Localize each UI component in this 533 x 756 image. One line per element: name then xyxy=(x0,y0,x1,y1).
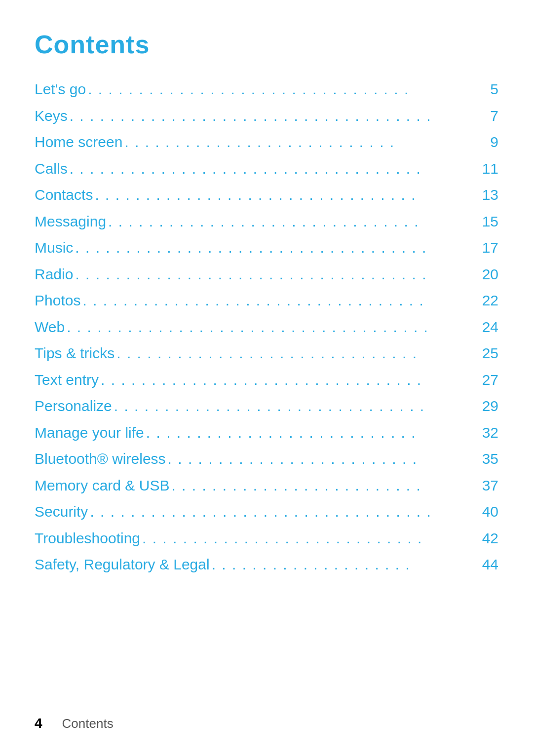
toc-item-dots: . . . . . . . . . . . . . . . . . . . . … xyxy=(146,420,479,445)
toc-item-label: Contacts xyxy=(35,183,93,207)
toc-item-label: Messaging xyxy=(35,209,106,234)
toc-item[interactable]: Text entry. . . . . . . . . . . . . . . … xyxy=(35,368,498,392)
toc-item-dots: . . . . . . . . . . . . . . . . . . . . … xyxy=(88,77,479,102)
footer-page-number: 4 xyxy=(35,716,42,731)
toc-item[interactable]: Troubleshooting. . . . . . . . . . . . .… xyxy=(35,526,498,551)
toc-item-dots: . . . . . . . . . . . . . . . . . . . . … xyxy=(124,130,479,154)
toc-item-label: Home screen xyxy=(35,130,122,154)
toc-item-dots: . . . . . . . . . . . . . . . . . . . . … xyxy=(70,156,479,181)
toc-item-page: 24 xyxy=(481,315,498,340)
toc-item-dots: . . . . . . . . . . . . . . . . . . . . … xyxy=(75,262,479,287)
toc-item-dots: . . . . . . . . . . . . . . . . . . . . … xyxy=(101,368,479,392)
page-title: Contents xyxy=(35,30,498,59)
toc-item[interactable]: Messaging. . . . . . . . . . . . . . . .… xyxy=(35,209,498,234)
toc-item-page: 7 xyxy=(481,104,498,128)
toc-item-dots: . . . . . . . . . . . . . . . . . . . . … xyxy=(108,209,479,234)
toc-item-dots: . . . . . . . . . . . . . . . . . . . . … xyxy=(95,183,479,207)
toc-item[interactable]: Bluetooth® wireless. . . . . . . . . . .… xyxy=(35,447,498,471)
toc-item-label: Text entry xyxy=(35,368,99,392)
toc-item[interactable]: Memory card & USB. . . . . . . . . . . .… xyxy=(35,473,498,498)
toc-item[interactable]: Personalize. . . . . . . . . . . . . . .… xyxy=(35,394,498,418)
toc-item-label: Calls xyxy=(35,156,68,181)
toc-item-page: 11 xyxy=(481,156,498,181)
toc-item-dots: . . . . . . . . . . . . . . . . . . . . … xyxy=(82,288,479,313)
toc-item[interactable]: Security. . . . . . . . . . . . . . . . … xyxy=(35,499,498,524)
toc-item-label: Personalize xyxy=(35,394,112,418)
toc-list: Let's go. . . . . . . . . . . . . . . . … xyxy=(35,77,498,577)
toc-item-page: 42 xyxy=(481,526,498,551)
footer-label: Contents xyxy=(62,716,114,731)
toc-item-page: 29 xyxy=(481,394,498,418)
toc-item-dots: . . . . . . . . . . . . . . . . . . . . … xyxy=(114,394,479,418)
toc-item-label: Bluetooth® wireless xyxy=(35,447,166,471)
toc-item-label: Memory card & USB xyxy=(35,473,169,498)
toc-item-page: 25 xyxy=(481,341,498,366)
toc-item[interactable]: Home screen. . . . . . . . . . . . . . .… xyxy=(35,130,498,154)
toc-item-dots: . . . . . . . . . . . . . . . . . . . . … xyxy=(116,341,479,366)
toc-item[interactable]: Let's go. . . . . . . . . . . . . . . . … xyxy=(35,77,498,102)
toc-item[interactable]: Tips & tricks. . . . . . . . . . . . . .… xyxy=(35,341,498,366)
toc-item-label: Keys xyxy=(35,104,68,128)
toc-item-label: Let's go xyxy=(35,77,86,102)
toc-item[interactable]: Radio. . . . . . . . . . . . . . . . . .… xyxy=(35,262,498,287)
toc-item-dots: . . . . . . . . . . . . . . . . . . . . … xyxy=(70,104,479,128)
toc-item[interactable]: Keys. . . . . . . . . . . . . . . . . . … xyxy=(35,104,498,128)
toc-item-label: Music xyxy=(35,235,73,260)
toc-item-dots: . . . . . . . . . . . . . . . . . . . . … xyxy=(171,473,479,498)
toc-item-page: 9 xyxy=(481,130,498,154)
toc-item-dots: . . . . . . . . . . . . . . . . . . . . … xyxy=(90,499,479,524)
toc-item-page: 35 xyxy=(481,447,498,471)
page: Contents Let's go. . . . . . . . . . . .… xyxy=(0,0,533,756)
toc-item-page: 15 xyxy=(481,209,498,234)
toc-item-page: 40 xyxy=(481,499,498,524)
toc-item[interactable]: Web. . . . . . . . . . . . . . . . . . .… xyxy=(35,315,498,340)
toc-item-label: Troubleshooting xyxy=(35,526,140,551)
toc-item[interactable]: Contacts. . . . . . . . . . . . . . . . … xyxy=(35,183,498,207)
toc-item-page: 44 xyxy=(481,552,498,577)
toc-item-page: 32 xyxy=(481,420,498,445)
toc-item[interactable]: Safety, Regulatory & Legal. . . . . . . … xyxy=(35,552,498,577)
toc-item-page: 22 xyxy=(481,288,498,313)
toc-item-label: Radio xyxy=(35,262,73,287)
toc-item-page: 27 xyxy=(481,368,498,392)
toc-item-label: Safety, Regulatory & Legal xyxy=(35,552,210,577)
toc-item-dots: . . . . . . . . . . . . . . . . . . . . … xyxy=(142,526,479,551)
toc-item-dots: . . . . . . . . . . . . . . . . . . . . … xyxy=(168,447,479,471)
toc-item-label: Manage your life xyxy=(35,420,144,445)
toc-item[interactable]: Music. . . . . . . . . . . . . . . . . .… xyxy=(35,235,498,260)
footer: 4 Contents xyxy=(35,716,114,731)
toc-item-page: 5 xyxy=(481,77,498,102)
toc-item-dots: . . . . . . . . . . . . . . . . . . . . … xyxy=(75,235,479,260)
toc-item-label: Web xyxy=(35,315,65,340)
toc-item[interactable]: Photos. . . . . . . . . . . . . . . . . … xyxy=(35,288,498,313)
toc-item-label: Security xyxy=(35,499,88,524)
toc-item-label: Photos xyxy=(35,288,80,313)
toc-item-dots: . . . . . . . . . . . . . . . . . . . . xyxy=(212,552,479,577)
toc-item[interactable]: Calls. . . . . . . . . . . . . . . . . .… xyxy=(35,156,498,181)
toc-item-dots: . . . . . . . . . . . . . . . . . . . . … xyxy=(67,315,479,340)
toc-item-page: 17 xyxy=(481,235,498,260)
toc-item-page: 37 xyxy=(481,473,498,498)
toc-item-page: 20 xyxy=(481,262,498,287)
toc-item-label: Tips & tricks xyxy=(35,341,114,366)
toc-item[interactable]: Manage your life. . . . . . . . . . . . … xyxy=(35,420,498,445)
toc-item-page: 13 xyxy=(481,183,498,207)
